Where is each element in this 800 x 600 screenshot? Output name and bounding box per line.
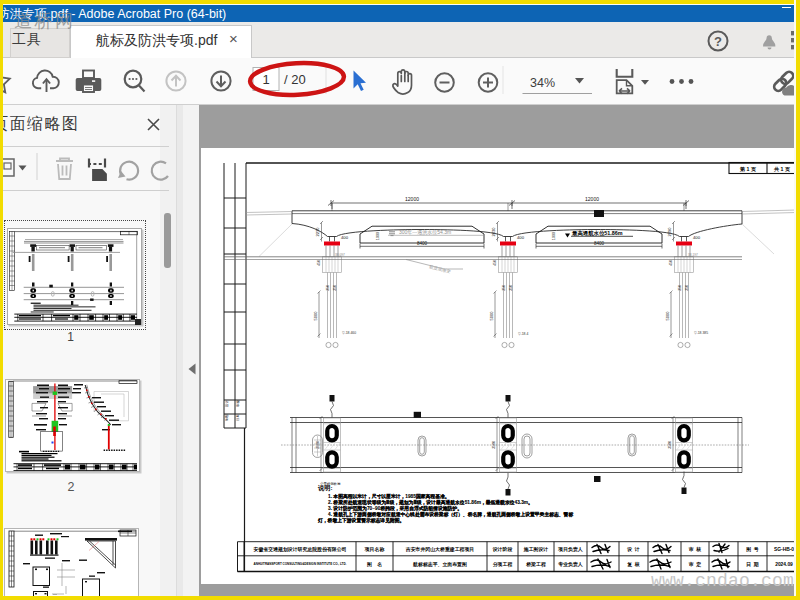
svg-text:3. 设计防护范围为70~90桥跨段，采用自浮式防船撞设施防: 3. 设计防护范围为70~90桥跨段，采用自浮式防船撞设施防护。 bbox=[328, 505, 462, 512]
svg-text:8400: 8400 bbox=[417, 241, 428, 246]
svg-text:12000: 12000 bbox=[585, 196, 599, 202]
svg-text:400: 400 bbox=[517, 235, 525, 240]
svg-text:桥梁工程: 桥梁工程 bbox=[525, 561, 546, 568]
svg-text:日期: 日期 bbox=[236, 414, 240, 421]
svg-text:日 期: 日 期 bbox=[746, 561, 759, 568]
svg-text:设计阶段: 设计阶段 bbox=[492, 546, 513, 552]
svg-text:3580: 3580 bbox=[492, 441, 496, 449]
svg-text:350: 350 bbox=[509, 285, 513, 291]
svg-text:▽-18.460: ▽-18.460 bbox=[342, 331, 356, 335]
svg-text:审核: 审核 bbox=[236, 400, 240, 407]
svg-text:设 计: 设 计 bbox=[626, 546, 640, 552]
svg-text:图 号: 图 号 bbox=[746, 546, 759, 553]
svg-text:航标标志平、立面布置图: 航标标志平、立面布置图 bbox=[412, 561, 467, 568]
svg-text:5000: 5000 bbox=[313, 311, 318, 321]
svg-text:38.197: 38.197 bbox=[688, 253, 698, 257]
svg-text:施工图设计: 施工图设计 bbox=[523, 546, 549, 553]
svg-text:2390: 2390 bbox=[667, 227, 672, 237]
svg-text:共 1 页: 共 1 页 bbox=[773, 166, 790, 172]
svg-text:350: 350 bbox=[333, 285, 337, 291]
svg-text:第 1 页: 第 1 页 bbox=[739, 166, 756, 172]
svg-text:▽-18.385: ▽-18.385 bbox=[694, 331, 708, 335]
svg-text:350: 350 bbox=[326, 285, 330, 291]
svg-text:?: ? bbox=[714, 34, 722, 49]
svg-text:1000: 1000 bbox=[552, 232, 556, 240]
svg-text:航道底渐变: 航道底渐变 bbox=[429, 264, 452, 274]
svg-text:▽-18.4: ▽-18.4 bbox=[518, 332, 528, 336]
svg-text:350: 350 bbox=[502, 285, 506, 291]
svg-text:审 定: 审 定 bbox=[689, 561, 702, 568]
svg-text:制图: 制图 bbox=[225, 414, 229, 421]
svg-text:1. 本图高程以米计，尺寸以厘米计，1985国家高程基准。: 1. 本图高程以米计，尺寸以厘米计，1985国家高程基准。 bbox=[328, 493, 450, 500]
svg-text:350: 350 bbox=[678, 285, 682, 291]
svg-text:专业负责人: 专业负责人 bbox=[557, 561, 583, 567]
svg-text:450: 450 bbox=[669, 260, 673, 266]
svg-text:2024.09: 2024.09 bbox=[775, 562, 793, 567]
svg-text:项目负责人: 项目负责人 bbox=[557, 546, 583, 553]
svg-text:复 核: 复 核 bbox=[626, 561, 640, 568]
svg-text:安徽省交通规划设计研究总院股份有限公司: 安徽省交通规划设计研究总院股份有限公司 bbox=[254, 546, 347, 553]
svg-text:灯，桥墩上下游设置警示标志详见附图。: 灯，桥墩上下游设置警示标志详见附图。 bbox=[317, 517, 404, 524]
svg-text:1000: 1000 bbox=[376, 232, 380, 240]
svg-text:最高通航水位51.86m: 最高通航水位51.86m bbox=[571, 230, 623, 237]
svg-text:400: 400 bbox=[341, 235, 349, 240]
svg-text:2. 桥梁所处航道现状等级为Ⅲ级，规划为Ⅲ级，设计最高通航水: 2. 桥梁所处航道现状等级为Ⅲ级，规划为Ⅲ级，设计最高通航水位51.86m，最低… bbox=[328, 499, 533, 506]
svg-text:分项工程: 分项工程 bbox=[493, 561, 513, 568]
svg-text:设计: 设计 bbox=[224, 400, 229, 407]
svg-text:审 核: 审 核 bbox=[689, 546, 702, 552]
svg-text:450: 450 bbox=[317, 260, 321, 266]
svg-text:5000: 5000 bbox=[489, 311, 494, 321]
svg-text:450: 450 bbox=[493, 260, 497, 266]
svg-text:350: 350 bbox=[685, 285, 689, 291]
svg-text:说明:: 说明: bbox=[317, 484, 332, 492]
svg-text:图 名: 图 名 bbox=[367, 561, 382, 568]
svg-text:吉安市井冈山大桥重建工程项目: 吉安市井冈山大桥重建工程项目 bbox=[405, 546, 474, 553]
svg-text:ANHUITRANSPORT CONSULTING&DESI: ANHUITRANSPORT CONSULTING&DESIGN INSTITU… bbox=[254, 562, 347, 566]
svg-text:3580: 3580 bbox=[668, 441, 672, 449]
svg-text:38.097: 38.097 bbox=[335, 253, 345, 257]
svg-text:400: 400 bbox=[693, 235, 701, 240]
svg-text:项目名称: 项目名称 bbox=[364, 546, 385, 553]
svg-text:12000: 12000 bbox=[405, 196, 419, 202]
svg-text:4. 通航孔上下游两侧桥墩对应航道中心线处需布设桥梁标（灯）: 4. 通航孔上下游两侧桥墩对应航道中心线处需布设桥梁标（灯）、桥名牌，通航孔两侧… bbox=[328, 511, 573, 518]
svg-text:34%: 34% bbox=[530, 76, 555, 90]
svg-text:5000: 5000 bbox=[665, 311, 670, 321]
svg-text:8400: 8400 bbox=[594, 241, 605, 246]
svg-text:SG-HB-0: SG-HB-0 bbox=[774, 547, 794, 552]
svg-text:2230: 2230 bbox=[315, 227, 320, 237]
svg-text:2430: 2430 bbox=[491, 227, 496, 237]
